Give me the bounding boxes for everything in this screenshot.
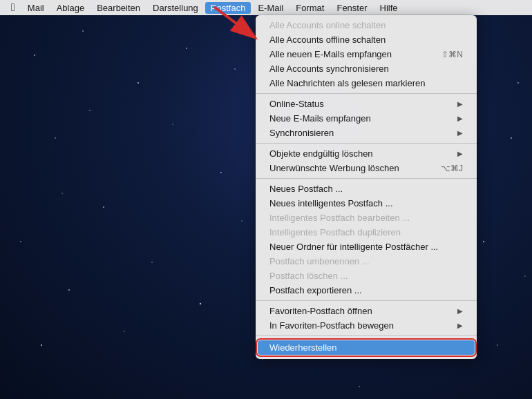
svg-point-28: [61, 193, 62, 193]
svg-point-6: [172, 124, 173, 124]
separator-5: [256, 335, 477, 336]
menu-duplizieren[interactable]: Intelligentes Postfach duplizieren: [256, 225, 477, 240]
menu-bearbeiten-intell[interactable]: Intelligentes Postfach bearbeiten ...: [256, 211, 477, 225]
menubar:  Mail Ablage Bearbeiten Darstellung Pos…: [0, 0, 532, 15]
menu-neues-postfach[interactable]: Neues Postfach ...: [256, 182, 477, 196]
svg-point-0: [34, 55, 35, 56]
svg-point-7: [220, 172, 222, 173]
arrow-endgueltig: ▶: [457, 150, 463, 157]
svg-point-31: [359, 386, 359, 387]
shortcut-werbung: ⌥⌘J: [441, 164, 463, 173]
svg-point-9: [124, 331, 124, 331]
menubar-mail[interactable]: Mail: [22, 2, 50, 14]
menubar-bearbeiten[interactable]: Bearbeiten: [91, 2, 146, 14]
menu-wiederherstellen-wrapper: Wiederherstellen: [256, 339, 477, 356]
menu-werbung[interactable]: Unerwünschte Werbung löschen ⌥⌘J: [256, 161, 477, 175]
arrow-favoriten-oeffnen: ▶: [457, 307, 463, 315]
menubar-postfach[interactable]: Postfach: [205, 2, 251, 14]
svg-point-8: [68, 289, 70, 291]
menu-wiederherstellen[interactable]: Wiederherstellen: [258, 340, 475, 355]
svg-point-11: [151, 262, 153, 263]
arrow-online-status: ▶: [457, 100, 463, 108]
arrow-favoriten-bewegen: ▶: [457, 322, 463, 329]
menu-endgueltig[interactable]: Objekte endgültig löschen ▶: [256, 146, 477, 161]
menu-online-status[interactable]: Online-Status ▶: [256, 97, 477, 111]
svg-point-24: [234, 68, 236, 70]
menubar-format[interactable]: Format: [290, 2, 330, 14]
separator-4: [256, 300, 477, 301]
arrow-synchronisieren: ▶: [457, 129, 463, 137]
menubar-fenster[interactable]: Fenster: [331, 2, 372, 14]
svg-point-20: [483, 241, 484, 242]
menu-exportieren[interactable]: Postfach exportieren ...: [256, 283, 477, 298]
menubar-email[interactable]: E-Mail: [252, 2, 289, 14]
svg-point-3: [55, 137, 55, 138]
shortcut-neue-empfangen: ⇧⌘N: [441, 50, 463, 59]
apple-menu[interactable]: : [6, 1, 21, 14]
svg-point-5: [20, 241, 21, 242]
svg-point-23: [524, 275, 525, 276]
arrow-neue-emails: ▶: [457, 115, 463, 122]
menubar-hilfe[interactable]: Hilfe: [374, 2, 403, 14]
menu-umbenennen[interactable]: Postfach umbenennen ...: [256, 254, 477, 269]
menu-alle-offline[interactable]: Alle Accounts offline schalten: [256, 32, 477, 47]
menu-loeschen[interactable]: Postfach löschen ...: [256, 269, 477, 283]
menu-alle-sync[interactable]: Alle Accounts synchronisieren: [256, 61, 477, 76]
dropdown-menu: Alle Accounts online schalten Alle Accou…: [256, 15, 477, 359]
menubar-ablage[interactable]: Ablage: [51, 2, 90, 14]
svg-point-10: [41, 344, 42, 346]
svg-point-1: [82, 30, 84, 32]
separator-1: [256, 93, 477, 94]
menu-gelesen[interactable]: Alle Nachrichten als gelesen markieren: [256, 76, 477, 90]
menu-neue-emails[interactable]: Neue E-Mails empfangen ▶: [256, 111, 477, 126]
svg-point-27: [186, 48, 187, 49]
menubar-darstellung[interactable]: Darstellung: [147, 2, 204, 14]
menu-neuer-ordner[interactable]: Neuer Ordner für intelligente Postfächer…: [256, 240, 477, 254]
menu-synchronisieren[interactable]: Synchronisieren ▶: [256, 126, 477, 140]
menu-favoriten-oeffnen[interactable]: Favoriten-Postfach öffnen ▶: [256, 304, 477, 318]
svg-point-35: [511, 137, 512, 139]
svg-point-26: [89, 110, 90, 110]
separator-2: [256, 143, 477, 144]
svg-point-12: [200, 303, 201, 304]
menu-alle-online[interactable]: Alle Accounts online schalten: [256, 18, 477, 32]
svg-point-21: [497, 344, 497, 345]
menu-neue-empfangen[interactable]: Alle neuen E-Mails empfangen ⇧⌘N: [256, 47, 477, 61]
menu-favoriten-bewegen[interactable]: In Favoriten-Postfach bewegen ▶: [256, 318, 477, 333]
svg-point-22: [517, 82, 519, 84]
svg-point-2: [137, 82, 139, 84]
separator-3: [256, 178, 477, 179]
menu-intelligentes[interactable]: Neues intelligentes Postfach ...: [256, 196, 477, 211]
svg-point-4: [103, 206, 104, 208]
svg-point-13: [241, 220, 242, 221]
